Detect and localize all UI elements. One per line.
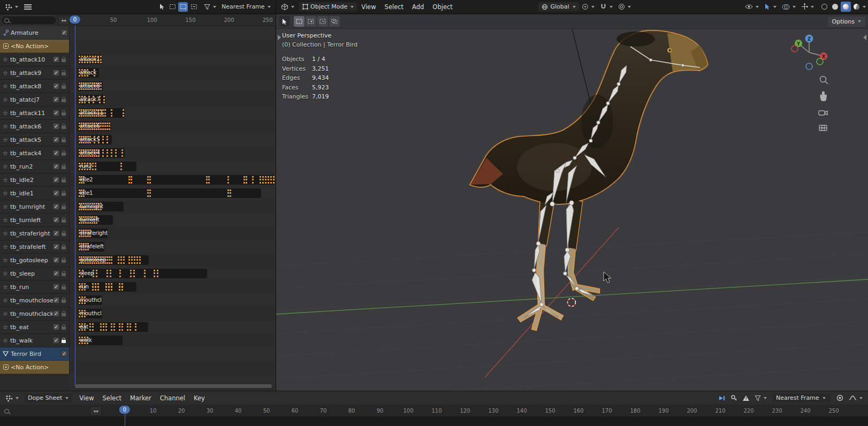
channel-checkbox[interactable]: ✓	[53, 110, 59, 116]
star-icon[interactable]: ☆	[2, 217, 9, 224]
keyframe[interactable]	[111, 256, 112, 264]
keyframe[interactable]	[121, 323, 123, 331]
action-strip-run[interactable]: run	[78, 282, 136, 292]
star-icon[interactable]: ☆	[2, 230, 9, 237]
action-strip-eat[interactable]: eat	[78, 322, 148, 332]
keyframe[interactable]	[102, 149, 104, 157]
navigation-gizmo[interactable]: Z Y X	[791, 35, 827, 70]
lock-icon[interactable]	[59, 97, 67, 102]
channel-tb-gotosleep[interactable]: ☆tb_gotosleep✓	[0, 254, 69, 267]
menu-select[interactable]: Select	[380, 0, 408, 14]
keyframe[interactable]	[120, 163, 122, 171]
keyframe[interactable]	[133, 270, 135, 278]
menu-view[interactable]: View	[75, 391, 98, 405]
lock-icon[interactable]	[59, 285, 67, 290]
channel-checkbox[interactable]: ✓	[53, 56, 59, 63]
menu-view[interactable]: View	[357, 0, 380, 14]
keyframe[interactable]	[103, 96, 105, 104]
channel-tb-idle1[interactable]: ☆tb_idle1✓	[0, 187, 69, 200]
keyframe[interactable]	[273, 176, 275, 184]
keyframe[interactable]	[265, 176, 267, 184]
channel-tb-walk[interactable]: ☆tb_walk✓	[0, 334, 69, 347]
keyframe[interactable]	[123, 256, 125, 264]
action-strip-attack5[interactable]: attack5	[78, 135, 112, 144]
channel-checkbox[interactable]: ✓	[53, 83, 59, 89]
channel-checkbox[interactable]: ✓	[53, 257, 59, 263]
horizontal-scrollbar[interactable]	[75, 384, 272, 388]
channel-search-box[interactable]	[1, 16, 57, 25]
channel-tb-attack5[interactable]: ☆tb_attack5✓	[0, 133, 69, 147]
keyframe[interactable]	[104, 123, 106, 131]
select-box-extend-button[interactable]	[306, 16, 316, 27]
keyframe[interactable]	[121, 283, 123, 291]
selectability-button[interactable]	[762, 2, 779, 11]
auto-keying-button[interactable]	[834, 393, 846, 402]
keyframe[interactable]	[113, 323, 115, 331]
channel-checkbox[interactable]: ✓	[61, 29, 67, 36]
keyframe[interactable]	[106, 149, 108, 157]
keyframe[interactable]	[270, 176, 272, 184]
star-icon[interactable]: ☆	[2, 150, 9, 157]
channel-tb-attack4[interactable]: ☆tb_attack4✓	[0, 147, 69, 160]
lock-icon[interactable]	[59, 258, 67, 263]
overlays-button[interactable]	[779, 3, 798, 11]
keyframe[interactable]	[100, 123, 102, 131]
keyframe[interactable]	[227, 176, 229, 184]
keyframe[interactable]	[95, 163, 96, 171]
lock-icon[interactable]	[59, 111, 67, 116]
keyframe[interactable]	[128, 176, 130, 184]
action-strip-attack6[interactable]: attack6	[78, 121, 111, 131]
keyframe[interactable]	[110, 270, 111, 278]
channel-tb-idle2[interactable]: ☆tb_idle2✓	[0, 173, 69, 187]
keyframe[interactable]	[139, 256, 141, 264]
star-icon[interactable]: ☆	[2, 70, 9, 77]
keyframe[interactable]	[227, 189, 229, 197]
keyframe[interactable]	[246, 176, 247, 184]
pivot-point-button[interactable]	[579, 2, 597, 11]
gizmo-neg-z-axis[interactable]	[806, 63, 812, 70]
action-strip-gotosleep[interactable]: gotosleep	[78, 255, 149, 265]
action-strip-attack7[interactable]: attack7	[78, 95, 105, 104]
action-strip-attack1[interactable]: attack1	[78, 55, 102, 64]
star-icon[interactable]: ☆	[2, 257, 9, 264]
menu-add[interactable]: Add	[408, 0, 428, 14]
gizmo-neg-x-axis[interactable]	[791, 45, 798, 52]
keyframe[interactable]	[119, 270, 121, 278]
keyframe[interactable]	[120, 256, 122, 264]
keyframe[interactable]	[147, 189, 149, 197]
channel-checkbox[interactable]: ✓	[61, 351, 67, 357]
select-new-icon[interactable]	[167, 2, 177, 12]
action-strip-turnright[interactable]: turnright	[78, 202, 124, 211]
warning-button[interactable]: !	[740, 394, 752, 402]
lock-icon[interactable]	[59, 191, 67, 196]
channel-tb-run[interactable]: ☆tb_run✓	[0, 280, 69, 294]
menu-channel[interactable]: Channel	[156, 391, 189, 405]
timeline-strip[interactable]: ↔ 10203040506070809010011012013014015016…	[0, 405, 868, 426]
keyframe[interactable]	[106, 136, 108, 144]
action-strip-straferight[interactable]: straferight	[78, 229, 108, 238]
keyframe[interactable]	[118, 256, 119, 264]
lock-icon[interactable]	[59, 178, 67, 182]
jump-keyframe-button[interactable]	[715, 394, 728, 402]
zoom-icon[interactable]	[820, 77, 828, 85]
expand-channels-button[interactable]: ↔	[58, 16, 70, 25]
channel-tb-run2[interactable]: ☆tb_run2✓	[0, 160, 69, 173]
lock-icon[interactable]	[59, 231, 67, 236]
action-strip-sleep[interactable]: sleep	[78, 269, 207, 278]
channel-checkbox[interactable]: ✓	[53, 297, 59, 303]
lock-icon[interactable]	[59, 124, 67, 129]
star-icon[interactable]: ☆	[2, 96, 9, 103]
action-strip-attack[interactable]: attack	[78, 68, 99, 78]
keyframe[interactable]	[96, 270, 97, 278]
keyframe[interactable]	[208, 176, 210, 184]
channel-terror-bird[interactable]: Terror Bird✓	[0, 347, 69, 361]
keyframe[interactable]	[268, 176, 269, 184]
keying-set-button[interactable]	[728, 393, 740, 402]
action-strip-walk[interactable]: walk	[78, 336, 123, 345]
keyframe[interactable]	[136, 256, 138, 264]
keyframe[interactable]	[128, 256, 130, 264]
lock-icon[interactable]	[59, 325, 67, 330]
pan-hand-icon[interactable]	[820, 92, 827, 102]
gizmo-neg-y-axis[interactable]	[817, 58, 823, 65]
channel-checkbox[interactable]: ✓	[53, 136, 59, 143]
